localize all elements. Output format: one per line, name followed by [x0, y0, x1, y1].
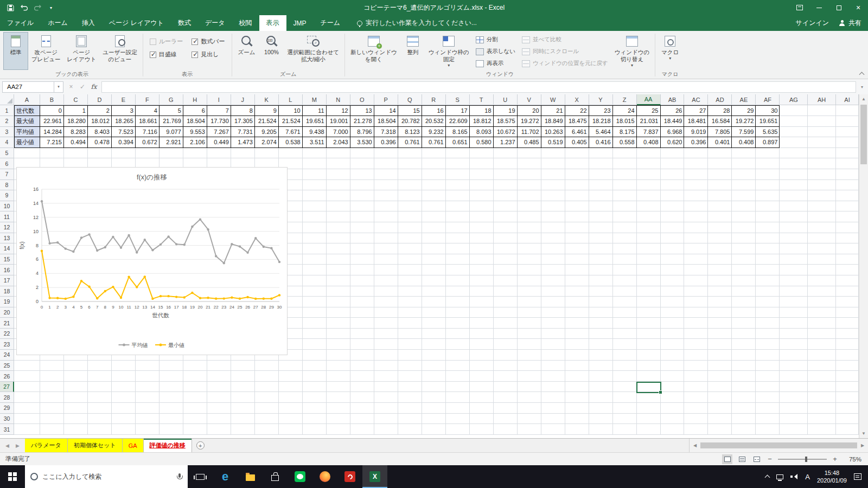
cell-P13[interactable]	[374, 233, 398, 244]
tab-jmp[interactable]: JMP	[286, 15, 314, 31]
cell-AG11[interactable]	[780, 211, 808, 222]
cell-D2[interactable]: 18.012	[88, 116, 112, 127]
column-header-P[interactable]: P	[374, 94, 398, 105]
cell-D4[interactable]: 0.478	[88, 137, 112, 148]
edge-button[interactable]: e	[213, 465, 238, 488]
cell-Z28[interactable]	[613, 392, 637, 403]
cell-Q20[interactable]	[398, 307, 422, 318]
page-layout-view-toggle[interactable]	[737, 454, 747, 464]
cell-D31[interactable]	[88, 424, 112, 435]
cell-J3[interactable]: 7.731	[231, 127, 255, 138]
cell-A28[interactable]	[14, 392, 40, 403]
cell-AF18[interactable]	[756, 286, 780, 297]
ruler-checkbox[interactable]: ルーラー	[150, 37, 183, 46]
cell-AG9[interactable]	[780, 190, 808, 201]
customize-qat-icon[interactable]: ▾	[45, 2, 57, 14]
cell-Z4[interactable]: 0.558	[613, 137, 637, 148]
cell-L4[interactable]: 0.538	[279, 137, 303, 148]
cell-O3[interactable]: 8.796	[350, 127, 374, 138]
cell-I26[interactable]	[207, 371, 231, 382]
cell-G29[interactable]	[159, 403, 183, 414]
cell-J30[interactable]	[231, 414, 255, 425]
tab-review[interactable]: 校閲	[232, 15, 259, 31]
cell-T6[interactable]	[470, 158, 494, 169]
cell-O21[interactable]	[350, 318, 374, 329]
cell-U9[interactable]	[494, 190, 518, 201]
cell-U3[interactable]: 10.672	[494, 127, 518, 138]
cell-T24[interactable]	[470, 350, 494, 361]
cell-AI6[interactable]	[836, 158, 859, 169]
cell-S24[interactable]	[446, 350, 470, 361]
cell-X24[interactable]	[565, 350, 589, 361]
cell-AB2[interactable]: 18.449	[661, 116, 685, 127]
cell-W16[interactable]	[541, 265, 565, 275]
cell-T27[interactable]	[470, 382, 494, 393]
cell-W7[interactable]	[541, 169, 565, 180]
chevron-up-icon[interactable]	[765, 475, 770, 480]
cell-R12[interactable]	[422, 222, 446, 233]
cell-R17[interactable]	[422, 275, 446, 286]
cell-J27[interactable]	[231, 382, 255, 393]
cell-AC8[interactable]	[684, 180, 708, 191]
cell-V2[interactable]: 19.272	[518, 116, 541, 127]
cell-AI16[interactable]	[836, 265, 859, 275]
cell-T25[interactable]	[470, 361, 494, 371]
row-header-23[interactable]: 23	[0, 339, 14, 350]
column-header-A[interactable]: A	[14, 94, 40, 105]
cell-W15[interactable]	[541, 254, 565, 265]
cell-AI15[interactable]	[836, 254, 859, 265]
cell-AG16[interactable]	[780, 265, 808, 275]
cell-AE19[interactable]	[732, 297, 756, 307]
column-header-X[interactable]: X	[565, 94, 589, 105]
cell-AA19[interactable]	[637, 297, 661, 307]
cell-AF26[interactable]	[756, 371, 780, 382]
cell-T12[interactable]	[470, 222, 494, 233]
cell-N20[interactable]	[327, 307, 350, 318]
column-header-F[interactable]: F	[136, 94, 159, 105]
cell-U12[interactable]	[494, 222, 518, 233]
cell-AE3[interactable]: 7.599	[732, 127, 756, 138]
tab-insert[interactable]: 挿入	[75, 15, 102, 31]
cell-AI8[interactable]	[836, 180, 859, 191]
cell-X23[interactable]	[565, 339, 589, 350]
tab-team[interactable]: チーム	[314, 15, 348, 31]
cell-R16[interactable]	[422, 265, 446, 275]
zoom-slider-thumb[interactable]	[805, 457, 807, 462]
cell-M12[interactable]	[303, 222, 327, 233]
zoom-level[interactable]: 75%	[843, 456, 861, 463]
cell-AA12[interactable]	[637, 222, 661, 233]
zoom-out-button[interactable]: −	[766, 455, 774, 463]
cell-L25[interactable]	[279, 361, 303, 371]
cell-Z31[interactable]	[613, 424, 637, 435]
cell-AC4[interactable]: 0.396	[684, 137, 708, 148]
cell-V20[interactable]	[518, 307, 541, 318]
vertical-scrollbar-thumb[interactable]	[860, 105, 867, 164]
cell-N29[interactable]	[327, 403, 350, 414]
cell-U20[interactable]	[494, 307, 518, 318]
cell-AH31[interactable]	[808, 424, 836, 435]
cell-M1[interactable]: 11	[303, 105, 327, 116]
cell-J28[interactable]	[231, 392, 255, 403]
cell-V9[interactable]	[518, 190, 541, 201]
cell-N8[interactable]	[327, 180, 350, 191]
cell-S26[interactable]	[446, 371, 470, 382]
cell-T30[interactable]	[470, 414, 494, 425]
cell-H26[interactable]	[183, 371, 207, 382]
cell-D1[interactable]: 2	[88, 105, 112, 116]
cell-AD13[interactable]	[708, 233, 732, 244]
cell-AB5[interactable]	[661, 148, 685, 159]
cell-H29[interactable]	[183, 403, 207, 414]
cell-Q3[interactable]: 8.123	[398, 127, 422, 138]
cell-AF14[interactable]	[756, 243, 780, 254]
cell-AD6[interactable]	[708, 158, 732, 169]
cell-AF28[interactable]	[756, 392, 780, 403]
column-header-O[interactable]: O	[350, 94, 374, 105]
cell-P16[interactable]	[374, 265, 398, 275]
cell-AG20[interactable]	[780, 307, 808, 318]
cell-P9[interactable]	[374, 190, 398, 201]
column-header-J[interactable]: J	[231, 94, 255, 105]
cell-U29[interactable]	[494, 403, 518, 414]
cell-Y27[interactable]	[589, 382, 613, 393]
acrobat-button[interactable]	[337, 465, 362, 488]
cell-AH2[interactable]	[808, 116, 836, 127]
